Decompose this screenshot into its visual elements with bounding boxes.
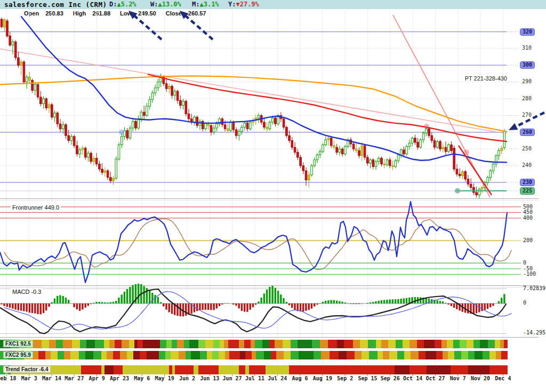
fxc2-segment (369, 351, 378, 359)
fxc1-segment (220, 340, 224, 348)
fxc2-segment (179, 351, 186, 359)
fxc2-segment (165, 351, 171, 359)
fxc1-segment (467, 340, 473, 348)
fxc1-segment (251, 340, 255, 348)
macd-scale-zero: 0 (523, 300, 526, 306)
fxc2-segment (321, 351, 330, 359)
fxc1-label: FXC1 92.5 (3, 340, 33, 347)
fxc2-label: FXC2 95.9 (3, 351, 33, 358)
fxc2-segment (93, 351, 101, 359)
fxc2-segment (501, 351, 508, 359)
trend-factor-segment (105, 365, 114, 374)
fxc2-segment (225, 351, 229, 359)
fxc1-segment (80, 340, 86, 348)
fxc2-segment (419, 351, 425, 359)
fxc2-segment (443, 351, 448, 359)
fxc2-segment (339, 351, 347, 359)
trend-factor-segment (468, 365, 489, 374)
fxc1-segment (56, 340, 63, 348)
trading-chart-app: salesforce.com Inc (CRM) D:▲5.2% W:▲13.0… (0, 0, 546, 392)
fxc1-segment (269, 340, 275, 348)
fxc1-segment (447, 340, 453, 348)
fxc1-segment (160, 340, 166, 348)
trend-factor-segment (175, 365, 194, 374)
fxc2-segment (58, 351, 64, 359)
chart-canvas[interactable] (0, 0, 546, 392)
trend-factor-strip (0, 365, 508, 374)
macd-scale-max: 7.028399 (523, 285, 546, 291)
frontrunner-scale-label: -50 (523, 266, 533, 271)
fxc1-segment (417, 340, 424, 348)
fxc1-segment (129, 340, 134, 348)
fxc2-segment (212, 351, 219, 359)
fxc1-segment (441, 340, 447, 348)
fxc2-segment (186, 351, 191, 359)
candles-layer (1, 18, 505, 198)
trendlines-layer (0, 15, 507, 197)
fxc2-segment (362, 351, 369, 359)
fxc1-segment (495, 340, 500, 348)
fxc2-segment (229, 351, 240, 359)
fxc1-segment (435, 340, 441, 348)
fxc2-heatmap-strip (0, 351, 508, 359)
trend-factor-segment (266, 365, 289, 374)
fxc1-segment (205, 340, 213, 348)
fxc1-segment (86, 340, 95, 348)
fxc2-segment (200, 351, 207, 359)
fxc1-segment (138, 340, 143, 348)
fxc2-segment (314, 351, 321, 359)
price-axis-badge: 225 (520, 187, 535, 195)
frontrunner-scale-label: 200 (523, 237, 533, 243)
fxc1-segment (239, 340, 244, 348)
fxc2-segment (436, 351, 443, 359)
fxc2-segment (425, 351, 436, 359)
fxc2-segment (191, 351, 200, 359)
fxc2-segment (468, 351, 475, 359)
trend-factor-segment (114, 365, 123, 374)
fxc2-segment (127, 351, 133, 359)
fxc2-segment (271, 351, 276, 359)
fxc2-segment (299, 351, 314, 359)
fxc2-segment (79, 351, 85, 359)
fxc2-segment (140, 351, 147, 359)
fxc2-segment (240, 351, 245, 359)
frontrunner-panel-label: Frontrunner 449.0 (11, 204, 61, 211)
trend-factor-label: Trend Factor -6.4 (3, 366, 51, 373)
macd-panel-label: MACD -0.3 (11, 289, 43, 295)
fxc1-segment (184, 340, 189, 348)
fxc1-segment (291, 340, 298, 348)
price-axis-label: 310 (522, 45, 532, 51)
fxc1-segment (353, 340, 360, 348)
fxc1-segment (63, 340, 72, 348)
fxc2-segment (207, 351, 212, 359)
fxc1-segment (228, 340, 239, 348)
fxc1-segment (172, 340, 177, 348)
fxc1-segment (453, 340, 460, 348)
fxc1-segment (115, 340, 122, 348)
trend-factor-segment (245, 365, 249, 374)
fxc1-segment (244, 340, 251, 348)
fxc2-segment (475, 351, 483, 359)
fxc2-segment (159, 351, 165, 359)
fxc2-segment (45, 351, 51, 359)
price-axis-badge: 230 (520, 179, 535, 186)
fxc1-segment (388, 340, 396, 348)
fxc1-segment (189, 340, 198, 348)
fxc1-segment (122, 340, 129, 348)
fxc2-segment (397, 351, 404, 359)
price-axis-label: 280 (522, 95, 532, 101)
fxc1-segment (344, 340, 353, 348)
fxc1-segment (396, 340, 403, 348)
fxc1-segment (49, 340, 56, 348)
fxc2-segment (51, 351, 58, 359)
fxc1-segment (177, 340, 184, 348)
fxc1-segment (376, 340, 381, 348)
fxc1-segment (42, 340, 49, 348)
fxc1-segment (381, 340, 388, 348)
fxc1-segment (504, 340, 508, 348)
trend-factor-segment (249, 365, 266, 374)
annotation-arrows (129, 11, 544, 130)
fxc2-segment (347, 351, 355, 359)
trend-factor-segment (239, 365, 245, 374)
chart-svg (0, 0, 546, 392)
